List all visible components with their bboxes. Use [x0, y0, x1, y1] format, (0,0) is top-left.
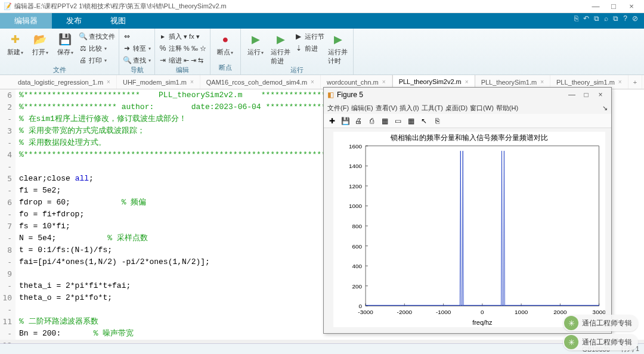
ribbon: ✚新建📂打开💾保存🔍查找文件⚖比较🖨打印文件⇔➜转至🔍查找导航▸插入 ▾ fx …: [0, 29, 644, 75]
line-number: 8 -: [0, 244, 12, 268]
ribbon-btn-插入 ▾  fx  ▾[interactable]: ▸插入 ▾ fx ▾: [159, 31, 206, 42]
ribbon-btn-打开[interactable]: 📂打开: [29, 30, 51, 57]
ribbon-btn-运行并前进[interactable]: ▶运行并前进: [270, 30, 292, 66]
figure-close-button[interactable]: ×: [593, 91, 608, 99]
file-tab[interactable]: QAM16_rcos_coh_demod_sim4.m×: [200, 75, 321, 89]
close-tab-icon[interactable]: ×: [311, 79, 314, 85]
figure-window[interactable]: ◧ Figure 5 — □ × 文件(F)编辑(E)查看(V)插入(I)工具(…: [323, 87, 612, 334]
ribbon-icon: ⚖: [79, 44, 87, 52]
close-tab-icon[interactable]: ×: [618, 79, 622, 85]
ribbon-icon: ⇣: [295, 44, 303, 52]
ytick-label: 800: [352, 223, 363, 229]
qat-icon[interactable]: ⌕: [604, 14, 608, 23]
qat-icon[interactable]: ?: [623, 14, 627, 23]
line-number: 3 -: [0, 125, 12, 149]
close-tab-icon[interactable]: ×: [465, 79, 469, 85]
figure-toolbar-icon[interactable]: ▭: [393, 116, 402, 126]
figure-titlebar[interactable]: ◧ Figure 5 — □ ×: [324, 88, 611, 102]
ytick-label: 400: [352, 263, 363, 269]
figure-menu-item[interactable]: 插入(I): [400, 104, 419, 113]
figure-menu-item[interactable]: 桌面(D): [445, 104, 467, 113]
xtick-label: 0: [481, 309, 484, 315]
figure-menu-more[interactable]: ↘: [602, 104, 608, 112]
ribbon-btn-断点[interactable]: ●断点: [214, 30, 237, 57]
file-tab-label: wordcount_chn.m: [327, 79, 379, 86]
figure-toolbar-icon[interactable]: ⎙: [367, 116, 376, 126]
figure-menu-item[interactable]: 帮助(H): [496, 104, 518, 113]
ribbon-group-断点: ●断点断点: [210, 29, 241, 74]
file-path: E:\课程PPTv2 1\锁相技术\程序\第五章\纠错\PLL_theorySi…: [36, 2, 227, 11]
ribbon-btn-运行节[interactable]: ▶运行节: [295, 31, 324, 42]
figure-min-button[interactable]: —: [565, 91, 579, 99]
group-label: 编辑: [159, 66, 206, 76]
ribbon-icon: 🔍: [123, 56, 131, 64]
close-tab-icon[interactable]: ×: [190, 79, 194, 85]
figure-menubar: 文件(F)编辑(E)查看(V)插入(I)工具(T)桌面(D)窗口(W)帮助(H)…: [324, 102, 611, 114]
qat-icon[interactable]: ⧉: [613, 14, 618, 23]
ribbon-btn-新建[interactable]: ✚新建: [4, 30, 26, 57]
line-number: 6: [0, 89, 12, 101]
figure-toolbar-icon[interactable]: ▦: [406, 116, 416, 126]
figure-menu-item[interactable]: 工具(T): [422, 104, 443, 113]
line-number: 7 -: [0, 221, 12, 244]
max-button[interactable]: □: [605, 2, 623, 11]
chart-svg: 锁相输出的频率分量和输入信号频率分量频谱对比020040060080010001…: [333, 132, 605, 327]
ribbon-btn-运行[interactable]: ▶运行: [244, 30, 267, 57]
ribbon-btn-比较[interactable]: ⚖比较: [79, 43, 115, 54]
figure-toolbar-icon[interactable]: 💾: [340, 116, 350, 126]
ribbon-btn-注释  %  ‰  ☆[interactable]: %注释 % ‰ ☆: [159, 43, 206, 54]
figure-menu-item[interactable]: 查看(V): [376, 104, 398, 113]
ribbon-btn-缩进  ⇤  ⇥  ⇆[interactable]: ⇥缩进 ⇤ ⇥ ⇆: [159, 55, 206, 66]
ribbon-icon: ▶: [295, 32, 303, 41]
ribbon-label: 新建: [7, 48, 23, 57]
qat-icon[interactable]: ⎘: [574, 14, 578, 23]
ribbon-group-编辑: ▸插入 ▾ fx ▾%注释 % ‰ ☆⇥缩进 ⇤ ⇥ ⇆编辑: [155, 29, 210, 74]
line-number: 5 -: [0, 173, 12, 197]
wechat-icon: ✳: [564, 316, 578, 330]
qat-icon[interactable]: ↶: [583, 14, 589, 23]
ribbon-icon: %: [159, 44, 167, 52]
axes[interactable]: 锁相输出的频率分量和输入信号频率分量频谱对比020040060080010001…: [333, 132, 605, 327]
ribbon-btn-查找文件[interactable]: 🔍查找文件: [79, 31, 115, 42]
ribbon-label: 注释 % ‰ ☆: [169, 44, 206, 53]
ribbon-icon: 💾: [58, 32, 72, 46]
watermark-text-2: 通信工程师专辑: [582, 337, 632, 347]
qat-icon[interactable]: ⧉: [594, 14, 599, 23]
ribbon-btn-保存[interactable]: 💾保存: [54, 30, 76, 57]
ribbon-label: 前进: [305, 44, 318, 53]
close-tab-icon[interactable]: ×: [107, 79, 110, 85]
ribbon-group-运行: ▶运行▶运行并前进▶运行节⇣前进▶运行并计时运行: [241, 29, 354, 74]
ribbon-btn-运行并计时[interactable]: ▶运行并计时: [327, 30, 349, 66]
file-tab[interactable]: UHF_modem_sim1.m×: [117, 75, 200, 89]
figure-toolbar-icon[interactable]: ✚: [327, 116, 337, 126]
ribbon-tab-发布[interactable]: 发布: [52, 13, 96, 29]
ribbon-btn-转至[interactable]: ➜转至: [123, 43, 151, 54]
figure-toolbar-icon[interactable]: ▦: [380, 116, 389, 126]
ribbon-tab-视图[interactable]: 视图: [96, 13, 140, 29]
figure-menu-item[interactable]: 文件(F): [327, 104, 349, 113]
add-tab-button[interactable]: +: [628, 75, 642, 89]
close-tab-icon[interactable]: ×: [540, 79, 544, 85]
ribbon-tab-编辑器[interactable]: 编辑器: [0, 13, 52, 29]
ribbon-btn-⇔[interactable]: ⇔: [123, 31, 151, 42]
figure-menu-item[interactable]: 编辑(E): [351, 104, 373, 113]
status-bar: GB18030 行列 1: [0, 343, 644, 354]
ribbon-label: 打印: [89, 56, 102, 65]
ribbon-btn-打印[interactable]: 🖨打印: [79, 55, 115, 66]
file-tab[interactable]: data_logistic_regression_1.m×: [12, 75, 117, 89]
close-button[interactable]: ×: [623, 2, 640, 11]
xtick-label: -1000: [436, 309, 451, 315]
figure-toolbar-icon[interactable]: ↖: [419, 116, 429, 126]
figure-toolbar-icon[interactable]: ⎘: [432, 116, 442, 126]
close-tab-icon[interactable]: ×: [382, 79, 386, 85]
figure-menu-item[interactable]: 窗口(W): [470, 104, 494, 113]
qat-icon[interactable]: ⊘: [632, 14, 638, 23]
ribbon-btn-前进[interactable]: ⇣前进: [295, 43, 324, 54]
ribbon-icon: ⇥: [159, 56, 167, 64]
min-button[interactable]: —: [587, 2, 605, 11]
ribbon-icon: ●: [218, 32, 233, 46]
figure-max-button[interactable]: □: [579, 91, 593, 99]
figure-toolbar-icon[interactable]: 🖨: [354, 116, 363, 126]
ribbon-btn-查找[interactable]: 🔍查找: [123, 55, 151, 66]
ribbon-icon: ▶: [274, 32, 288, 46]
